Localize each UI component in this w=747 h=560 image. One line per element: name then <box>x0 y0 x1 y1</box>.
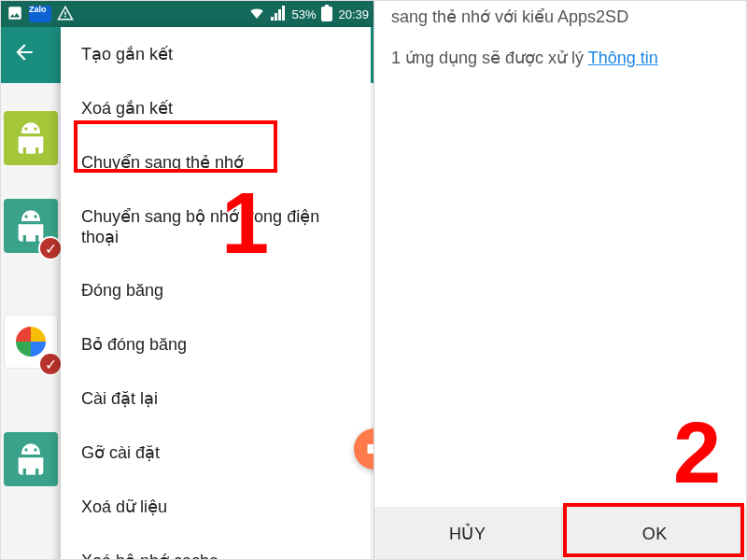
svg-point-2 <box>24 215 27 217</box>
menu-item-move-to-sd[interactable]: Chuyển sang thẻ nhớ <box>61 135 371 189</box>
clock: 20:39 <box>338 8 369 21</box>
status-bar: Zalo 53% 20:39 <box>1 1 374 27</box>
dialog-text-line1: sang thẻ nhớ với kiểu Apps2SD <box>391 5 731 29</box>
selected-badge-icon: ✓ <box>38 236 63 260</box>
menu-item-unfreeze[interactable]: Bỏ đóng băng <box>61 317 371 371</box>
svg-point-0 <box>24 127 27 130</box>
svg-point-4 <box>24 448 27 451</box>
menu-item-freeze[interactable]: Đóng băng <box>61 264 371 317</box>
wifi-icon <box>248 5 265 23</box>
menu-item-remove-link[interactable]: Xoá gắn kết <box>61 81 371 135</box>
menu-item-clear-cache[interactable]: Xoá bộ nhớ cache <box>61 534 371 560</box>
svg-point-1 <box>34 127 36 130</box>
app-icon-android-1[interactable] <box>4 111 58 165</box>
ok-button[interactable]: OK <box>561 507 748 560</box>
right-screenshot: sang thẻ nhớ với kiểu Apps2SD 1 ứng dụng… <box>374 1 747 560</box>
annotation-number-2: 2 <box>673 404 721 502</box>
back-icon[interactable] <box>12 40 36 70</box>
menu-item-create-link[interactable]: Tạo gắn kết <box>61 27 371 81</box>
image-icon <box>7 5 23 23</box>
menu-item-reinstall[interactable]: Cài đặt lại <box>61 371 371 426</box>
left-screenshot: Zalo 53% 20:39 <box>1 1 374 560</box>
svg-point-5 <box>34 448 36 451</box>
app-icon-android-3[interactable] <box>4 432 58 486</box>
dialog-body: sang thẻ nhớ với kiểu Apps2SD 1 ứng dụng… <box>374 1 747 70</box>
menu-item-uninstall[interactable]: Gỡ cài đặt <box>61 426 371 480</box>
dialog-text-line2: 1 ứng dụng sẽ được xử lý Thông tin <box>391 46 731 70</box>
menu-item-move-to-internal[interactable]: Chuyển sang bộ nhớ trong điện thoại <box>61 189 371 264</box>
menu-item-clear-data[interactable]: Xoá dữ liệu <box>61 480 371 534</box>
dialog-footer: HỦY OK <box>374 507 747 560</box>
svg-point-3 <box>34 215 36 217</box>
info-link[interactable]: Thông tin <box>588 49 658 67</box>
battery-icon <box>321 5 332 23</box>
context-menu: Tạo gắn kết Xoá gắn kết Chuyển sang thẻ … <box>61 27 371 560</box>
warning-icon <box>57 5 74 23</box>
zalo-icon: Zalo <box>29 6 51 22</box>
battery-percent: 53% <box>291 8 316 21</box>
signal-icon <box>271 6 286 22</box>
selected-badge-icon: ✓ <box>38 352 63 376</box>
cancel-button[interactable]: HỦY <box>374 507 561 560</box>
